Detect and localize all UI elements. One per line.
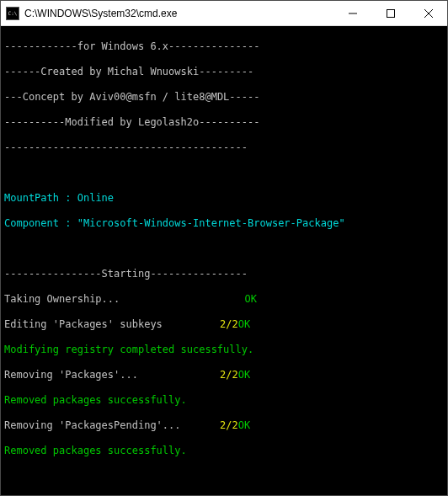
step-ownership: Taking Ownership...OK: [4, 293, 444, 306]
step-remove-packages: Removing 'Packages'...2/2OK: [4, 369, 444, 381]
minimize-button[interactable]: [333, 1, 371, 25]
minimize-icon: [349, 9, 357, 18]
maximize-icon: [387, 9, 395, 18]
status-modify-registry: Modifying registry completed sucessfully…: [4, 344, 444, 356]
blank-line: [4, 470, 444, 483]
mountpath-label: MountPath: [4, 192, 59, 204]
titlebar[interactable]: C:\WINDOWS\System32\cmd.exe: [1, 1, 447, 26]
section-starting: ----------------Starting----------------: [4, 268, 444, 280]
window-title: C:\WINDOWS\System32\cmd.exe: [24, 8, 333, 19]
blank-line: [4, 243, 444, 255]
window-controls: [333, 1, 447, 25]
step-edit-subkeys: Editing 'Packages' subkeys2/2OK: [4, 318, 444, 331]
svg-rect-1: [387, 9, 394, 17]
component-value: "Microsoft-Windows-Internet-Browser-Pack…: [77, 217, 345, 229]
close-icon: [424, 9, 433, 18]
credit-created-by: ------Created by Michal Wnuowski--------…: [4, 66, 444, 78]
credit-modified-by: ----------Modified by Legolash2o--------…: [4, 116, 444, 129]
cmd-window: C:\WINDOWS\System32\cmd.exe ------------…: [0, 0, 448, 496]
status-removed-1: Removed packages successfully.: [4, 394, 444, 407]
component-label: Component: [4, 217, 59, 229]
terminal-output[interactable]: ------------for Windows 6.x-------------…: [1, 26, 447, 495]
blank-line: [4, 167, 444, 179]
divider: ----------------------------------------: [4, 141, 444, 154]
status-removed-2: Removed packages successfully.: [4, 445, 444, 457]
close-button[interactable]: [409, 1, 447, 25]
component-row: Component : "Microsoft-Windows-Internet-…: [4, 217, 444, 230]
maximize-button[interactable]: [371, 1, 409, 25]
credit-concept-by: ---Concept by Aviv00@msfn / lite8@MDL---…: [4, 91, 444, 104]
cmd-icon: [6, 7, 19, 20]
mountpath-row: MountPath : Online: [4, 192, 444, 205]
mountpath-value: Online: [77, 192, 114, 204]
step-remove-pending: Removing 'PackagesPending'...2/2OK: [4, 419, 444, 432]
credit-for-windows: ------------for Windows 6.x-------------…: [4, 40, 444, 53]
